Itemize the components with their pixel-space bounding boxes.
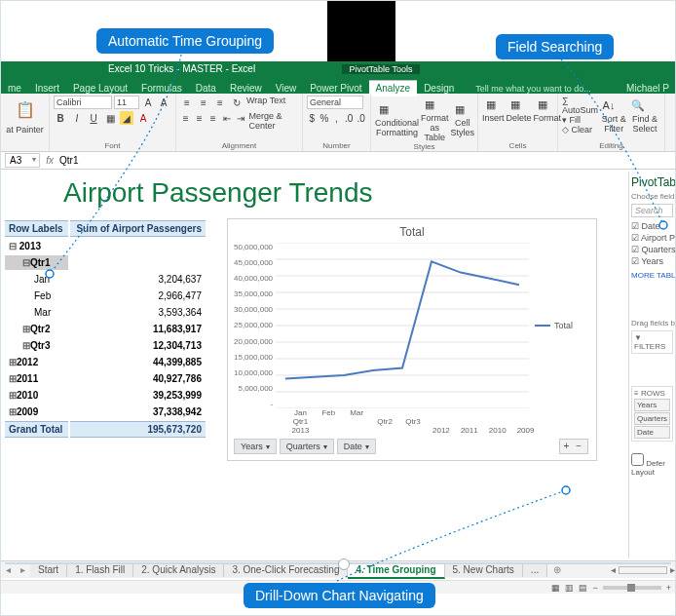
field-years[interactable]: Years — [631, 255, 673, 267]
drill-buttons[interactable]: + − — [559, 439, 588, 454]
view-normal-icon[interactable]: ▦ — [551, 583, 560, 593]
delete-cells-icon[interactable]: ▦ — [507, 96, 524, 113]
formula-bar-value[interactable]: Qtr1 — [59, 155, 78, 166]
sheet-tab[interactable]: 4. Time Grouping — [348, 562, 444, 579]
filters-zone[interactable]: ▼ FILTERS — [634, 333, 670, 351]
chart-field-button[interactable]: Quarters — [280, 439, 334, 454]
sort-filter-icon[interactable]: A↓ — [600, 96, 618, 114]
defer-layout-checkbox[interactable] — [631, 453, 644, 466]
fill-color-icon[interactable]: ◢ — [120, 111, 133, 125]
field-airport-passe[interactable]: Airport Passe — [631, 232, 673, 244]
add-sheet-button[interactable]: ⊕ — [547, 564, 567, 575]
wrap-text[interactable]: Wrap Text — [246, 96, 285, 109]
number-format[interactable]: General — [307, 96, 363, 109]
ribbon-tabs: meInsertPage LayoutFormulasDataReviewVie… — [1, 76, 675, 94]
borders-icon[interactable]: ▦ — [103, 111, 117, 125]
increase-font-icon[interactable]: A — [141, 96, 155, 109]
align-mid-icon[interactable]: ≡ — [197, 96, 210, 109]
chart-plot-area — [276, 243, 529, 408]
report-title: Airport Passenger Trends — [1, 172, 675, 218]
align-bot-icon[interactable]: ≡ — [213, 96, 227, 109]
dec-decimal-icon[interactable]: .0 — [356, 111, 366, 125]
align-top-icon[interactable]: ≡ — [180, 96, 194, 109]
merge-center[interactable]: Merge & Center — [249, 111, 298, 131]
format-table-icon[interactable]: ▦ — [421, 96, 438, 113]
chart-title: Total — [234, 225, 590, 239]
font-name[interactable]: Calibri — [54, 96, 112, 109]
pivot-chart[interactable]: Total 50,000,00045,000,00040,000,00035,0… — [227, 218, 597, 461]
italic-icon[interactable]: I — [70, 111, 84, 125]
group-font-label: Font — [54, 141, 171, 151]
indent-inc-icon[interactable]: ⇥ — [235, 111, 245, 125]
zoom-slider[interactable] — [603, 586, 661, 590]
align-left-icon[interactable]: ≡ — [180, 111, 191, 125]
inc-decimal-icon[interactable]: .0 — [344, 111, 355, 125]
format-painter[interactable]: at Painter — [6, 125, 44, 135]
field-date[interactable]: Date — [631, 220, 673, 232]
cond-format-icon[interactable]: ▦ — [375, 100, 393, 118]
rows-zone[interactable]: ≡ ROWS YearsQuartersDate — [631, 386, 673, 442]
font-size[interactable]: 11 — [114, 96, 139, 109]
more-sheets[interactable]: ... — [523, 562, 547, 577]
autosum[interactable]: ∑ AutoSum — [562, 96, 598, 115]
image-separator — [5, 562, 671, 564]
field-pane-title: PivotTable — [631, 175, 673, 189]
field-search-input[interactable]: Search — [631, 204, 673, 217]
group-alignment-label: Alignment — [180, 141, 298, 151]
signed-in-user[interactable]: Michael P — [626, 83, 675, 94]
view-layout-icon[interactable]: ▥ — [565, 583, 574, 593]
percent-icon[interactable]: % — [319, 111, 330, 125]
black-redaction — [327, 1, 395, 61]
sheet-tab[interactable]: 5. New Charts — [445, 562, 523, 577]
tell-me[interactable]: Tell me what you want to do... — [461, 84, 591, 94]
pivot-field-pane: PivotTable Choose fields to a Search Dat… — [628, 172, 675, 558]
fill[interactable]: ▾ Fill — [562, 115, 598, 125]
fx-icon[interactable]: fx — [46, 155, 54, 166]
sheet-tab[interactable]: Start — [30, 562, 67, 577]
window-title: Excel 10 Tricks - MASTER - Excel — [108, 63, 342, 74]
comma-icon[interactable]: , — [331, 111, 342, 125]
currency-icon[interactable]: $ — [307, 111, 318, 125]
ribbon: 📋 at Painter Calibri 11 A A B I U ▦ ◢ A — [1, 94, 675, 152]
more-tables-link[interactable]: MORE TABLES... — [631, 271, 673, 280]
paste-icon[interactable]: 📋 — [12, 96, 39, 123]
titlebar: Excel 10 Tricks - MASTER - Excel PivotTa… — [1, 61, 675, 76]
chart-field-button[interactable]: Years — [234, 439, 277, 454]
tab-nav-prev[interactable]: ◂ — [1, 564, 16, 575]
h-scrollbar[interactable] — [619, 566, 667, 574]
sheet-tab[interactable]: 3. One-Click Forecasting — [224, 562, 348, 577]
pivot-table[interactable]: Row LabelsSum of Airport Passengers ⊟ 20… — [3, 218, 207, 440]
view-break-icon[interactable]: ▤ — [579, 583, 587, 593]
bold-icon[interactable]: B — [54, 111, 67, 125]
annotation-field-searching: Field Searching — [496, 34, 614, 59]
indent-dec-icon[interactable]: ⇤ — [221, 111, 232, 125]
align-right-icon[interactable]: ≡ — [207, 111, 218, 125]
decrease-font-icon[interactable]: A — [157, 96, 170, 109]
format-cells-icon[interactable]: ▦ — [534, 96, 551, 113]
annotation-drill-down: Drill-Down Chart Navigating — [244, 583, 435, 608]
contextual-tools-label: PivotTable Tools — [342, 64, 420, 74]
font-color-icon[interactable]: A — [136, 111, 150, 125]
group-number-label: Number — [307, 141, 366, 151]
annotation-time-grouping: Automatic Time Grouping — [96, 28, 274, 54]
align-center-icon[interactable]: ≡ — [194, 111, 205, 125]
legend: Total — [529, 243, 573, 408]
name-box[interactable]: A3 — [5, 153, 40, 168]
find-select-icon[interactable]: 🔍 — [629, 96, 647, 114]
sheet-tab[interactable]: 2. Quick Analysis — [133, 562, 224, 577]
orientation-icon[interactable]: ↻ — [230, 96, 244, 109]
sheet-tab[interactable]: 1. Flash Fill — [67, 562, 133, 577]
chart-field-button[interactable]: Date — [337, 439, 376, 454]
underline-icon[interactable]: U — [87, 111, 100, 125]
field-quarters[interactable]: Quarters — [631, 244, 673, 255]
cell-styles-icon[interactable]: ▦ — [451, 100, 469, 118]
tab-nav-next[interactable]: ▸ — [16, 564, 30, 575]
insert-cells-icon[interactable]: ▦ — [482, 96, 500, 113]
clear[interactable]: ◇ Clear — [562, 125, 598, 135]
